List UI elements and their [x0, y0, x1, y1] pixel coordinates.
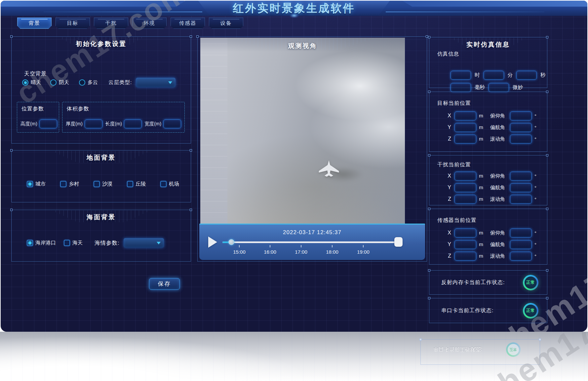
jamming-roll-input[interactable]	[510, 195, 532, 204]
serial-card-status-panel: 串口卡当前工作状态: 正常	[429, 298, 547, 323]
jamming-x-input[interactable]	[454, 172, 476, 181]
play-button[interactable]	[208, 236, 217, 248]
tab-jamming[interactable]: 干扰	[94, 18, 128, 29]
hour-input[interactable]	[451, 71, 471, 80]
tab-target[interactable]: 目标	[56, 18, 90, 29]
cloud-type-dropdown[interactable]	[136, 78, 176, 87]
target-yaw-input[interactable]	[510, 123, 532, 132]
degree-label: °	[534, 185, 536, 190]
timeline-knob[interactable]	[228, 239, 234, 245]
sensor-position-panel: 传感器当前位置 X m 俯仰角 ° Y m 偏航角 ° Z m	[429, 209, 547, 265]
unit-label: m	[479, 136, 486, 142]
sim-info-panel: 实时仿真信息 仿真信息 时 分 秒 毫秒 微妙	[429, 37, 547, 88]
tab-device[interactable]: 设备	[209, 18, 243, 29]
sensor-roll-input[interactable]	[510, 252, 532, 261]
sky-options-row: 晴天 阴天 多云 云层类型:	[22, 78, 176, 87]
thickness-label: 厚度(m)	[66, 121, 83, 127]
minute-unit-label: 分	[508, 72, 513, 79]
status-badge: 正常	[523, 275, 538, 290]
jamming-z-input[interactable]	[454, 195, 476, 204]
axis-label: Y	[445, 124, 451, 130]
status-badge-text: 正常	[525, 305, 537, 317]
checkbox-icon[interactable]	[27, 240, 33, 246]
checkbox-option-airport[interactable]: 机场	[160, 181, 179, 188]
length-input[interactable]	[124, 119, 142, 128]
sea-options-row: 海岸港口 海天 海情参数:	[27, 238, 164, 248]
millisecond-input[interactable]	[451, 83, 471, 92]
ground-background-panel: 地面背景 城市 乡村 沙漠 丘陵 机场	[11, 150, 191, 202]
viewport-title: 观测视角	[200, 42, 405, 50]
sky-background-label: 天空背景	[24, 70, 47, 77]
checkbox-icon[interactable]	[127, 181, 133, 187]
tab-background[interactable]: 背景	[17, 18, 52, 29]
radio-icon[interactable]	[22, 79, 28, 86]
sim-time-row-1: 时 分 秒	[451, 71, 547, 80]
checkbox-icon[interactable]	[60, 181, 66, 187]
height-input[interactable]	[39, 119, 57, 128]
stop-button[interactable]	[394, 237, 403, 247]
checkbox-icon[interactable]	[64, 240, 70, 246]
second-input[interactable]	[516, 71, 537, 80]
unit-label: m	[479, 113, 486, 119]
radio-option-cloudy[interactable]: 多云	[79, 79, 98, 86]
radio-icon[interactable]	[79, 79, 85, 86]
sensor-yaw-input[interactable]	[510, 240, 532, 249]
jamming-yaw-input[interactable]	[510, 183, 532, 192]
checkbox-icon[interactable]	[94, 181, 100, 187]
checkbox-icon[interactable]	[160, 181, 167, 187]
checkbox-label: 机场	[169, 181, 179, 188]
status-badge: 正常	[523, 303, 538, 318]
sea-background-title: 海面背景	[12, 210, 191, 222]
timeline-slider[interactable]	[222, 241, 397, 243]
jamming-pitch-input[interactable]	[510, 172, 532, 181]
position-row-x: X m 俯仰角 °	[445, 228, 547, 238]
time-label: 17:00	[291, 249, 311, 255]
checkbox-option-desert[interactable]: 沙漠	[94, 181, 112, 188]
sim-info-label: 仿真信息	[437, 51, 459, 58]
target-x-input[interactable]	[454, 111, 476, 120]
sensor-pitch-input[interactable]	[510, 229, 532, 237]
target-roll-input[interactable]	[510, 135, 532, 144]
save-button[interactable]: 保存	[149, 278, 180, 290]
sensor-z-input[interactable]	[454, 252, 476, 261]
checkbox-option-coastal-port[interactable]: 海岸港口	[27, 239, 56, 246]
checkbox-icon[interactable]	[27, 181, 33, 187]
radio-icon[interactable]	[50, 79, 57, 86]
sensor-x-input[interactable]	[454, 229, 476, 237]
tab-sensor[interactable]: 传感器	[171, 18, 205, 29]
checkbox-label: 丘陵	[136, 181, 146, 188]
tab-environment[interactable]: 环境	[132, 18, 167, 29]
checkbox-option-countryside[interactable]: 乡村	[60, 181, 79, 188]
degree-label: °	[534, 253, 536, 259]
checkbox-option-sea-sky[interactable]: 海天	[64, 239, 83, 246]
time-label: 16:00	[260, 249, 280, 255]
target-position-panel: 目标当前位置 X m 俯仰角 ° Y m 偏航角 ° Z m	[429, 92, 547, 152]
jamming-position-title: 干扰当前位置	[437, 161, 471, 168]
radio-option-overcast[interactable]: 阴天	[50, 79, 69, 86]
sea-background-panel: 海面背景 海岸港口 海天 海情参数:	[11, 210, 191, 262]
checkbox-option-hills[interactable]: 丘陵	[127, 181, 146, 188]
timeline-tick	[301, 245, 301, 247]
sensor-y-input[interactable]	[454, 240, 476, 249]
minute-input[interactable]	[484, 71, 504, 80]
sea-param-dropdown[interactable]	[124, 238, 164, 248]
sensor-position-title: 传感器当前位置	[437, 217, 477, 224]
radio-label: 阴天	[59, 79, 69, 86]
header-bar: 红外实时景象生成软件	[1, 1, 587, 16]
radio-option-sunny[interactable]: 晴天	[22, 79, 41, 86]
thickness-input[interactable]	[85, 119, 102, 128]
jamming-y-input[interactable]	[454, 183, 476, 192]
microsecond-input[interactable]	[489, 83, 509, 92]
target-z-input[interactable]	[454, 135, 476, 144]
status-badge-text: 正常	[525, 276, 537, 289]
tab-bar: 背景 目标 干扰 环境 传感器 设备	[17, 18, 243, 29]
checkbox-option-city[interactable]: 城市	[27, 181, 46, 188]
target-y-input[interactable]	[454, 123, 476, 132]
ground-options-row: 城市 乡村 沙漠 丘陵 机场	[27, 181, 179, 188]
aircraft-silhouette	[316, 159, 342, 178]
reflected-status-label-2: 反射内存卡当前工作状态:	[433, 372, 492, 379]
width-input[interactable]	[163, 119, 181, 128]
target-pitch-input[interactable]	[510, 111, 532, 120]
infrared-video-view[interactable]: 观测视角	[200, 38, 405, 224]
sim-info-title: 实时仿真信息	[429, 37, 547, 49]
